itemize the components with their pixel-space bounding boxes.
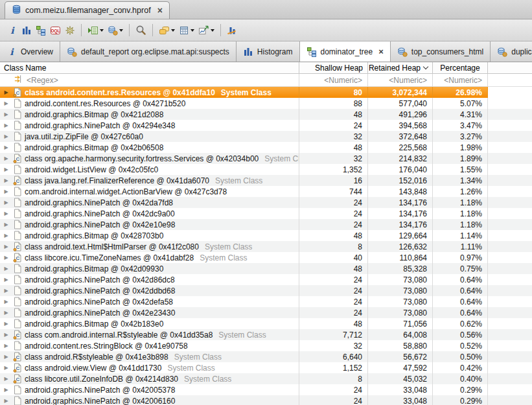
expand-arrow-icon[interactable]: ▶ [2, 100, 10, 106]
table-row[interactable]: ▶Cclass android.R$styleable @ 0x41e3b898… [0, 351, 532, 362]
percentage-filter-field[interactable]: <Numeric> [433, 74, 488, 86]
expand-arrow-icon[interactable]: ▶ [2, 387, 10, 393]
toolbar-button-query-browser[interactable] [106, 23, 125, 38]
expand-arrow-icon[interactable]: ▶ [2, 277, 10, 283]
expand-arrow-icon[interactable]: ▶ [2, 211, 10, 216]
table-row[interactable]: ▶android.graphics.NinePatch @ 0x42dc9a00… [0, 208, 532, 219]
expand-arrow-icon[interactable]: ▶ [2, 178, 10, 183]
row-label: android.graphics.NinePatch @ 0x42e23430 [25, 308, 175, 318]
shallow-heap-filter-field[interactable]: <Numeric> [299, 74, 368, 86]
table-row[interactable]: ▶android.graphics.NinePatch @ 0x42da7fd8… [0, 197, 532, 208]
table-row[interactable]: ▶android.graphics.Bitmap @ 0x42b06508482… [0, 142, 532, 153]
view-tab-dominator_tree[interactable]: dominator_tree× [300, 41, 391, 62]
expand-arrow-icon[interactable]: ▶ [2, 343, 10, 349]
expand-arrow-icon[interactable]: ▶ [2, 133, 10, 139]
expand-arrow-icon[interactable]: ▶ [2, 332, 10, 338]
table-row[interactable]: ▶Cclass org.apache.harmony.security.fort… [0, 153, 532, 164]
toolbar-button-dominator-tree[interactable] [34, 23, 48, 38]
table-row[interactable]: ▶android.content.res.Resources @ 0x4271b… [0, 98, 532, 109]
table-row[interactable]: ▶android.graphics.Bitmap @ 0x428703b0481… [0, 230, 532, 241]
toolbar-button-expert-report[interactable] [86, 23, 106, 38]
expand-arrow-icon[interactable]: ▶ [2, 189, 10, 194]
view-tab-histogram[interactable]: Histogram [237, 41, 300, 62]
toolbar-button-calculator[interactable] [177, 23, 196, 38]
row-filler [488, 142, 532, 153]
expand-arrow-icon[interactable]: ▶ [2, 167, 10, 172]
dropdown-arrow-icon[interactable] [211, 29, 214, 34]
table-row[interactable]: ▶android.graphics.NinePatch @ 0x42ddbd68… [0, 285, 532, 296]
table-row[interactable]: ▶java.util.zip.ZipFile @ 0x427c60a032372… [0, 131, 532, 142]
expand-arrow-icon[interactable]: ▶ [2, 200, 10, 205]
expand-arrow-icon[interactable]: ▶ [2, 321, 10, 327]
class-name-cell: ▶android.graphics.NinePatch @ 0x42d86dc8 [0, 274, 299, 285]
column-header-percentage[interactable]: Percentage [433, 62, 488, 73]
table-row[interactable]: ▶com.android.internal.widget.ActionBarVi… [0, 186, 532, 197]
expand-arrow-icon[interactable]: ▶ [2, 266, 10, 272]
table-row[interactable]: ▶Cclass android.content.res.Resources @ … [0, 87, 532, 98]
toolbar-button-group-by[interactable] [157, 23, 177, 38]
toolbar-button-oql[interactable]: OQL [48, 23, 63, 38]
expand-arrow-icon[interactable]: ▶ [2, 288, 10, 294]
view-tab-overview[interactable]: iOverview [0, 41, 60, 62]
expand-arrow-icon[interactable]: ▶ [2, 122, 10, 128]
system-class-badge: System Class [264, 154, 299, 163]
regex-filter-field[interactable]: <Regex> [0, 74, 299, 86]
view-tab-default_report[interactable]: default_report org.eclipse.mat.api:suspe… [60, 41, 237, 62]
expand-arrow-icon[interactable]: ▶ [2, 299, 10, 305]
close-icon[interactable]: × [157, 6, 163, 14]
table-row[interactable]: ▶android.graphics.NinePatch @ 0x42e10e98… [0, 219, 532, 230]
expand-arrow-icon[interactable]: ▶ [2, 233, 10, 238]
dropdown-arrow-icon[interactable] [171, 29, 175, 34]
toolbar-button-info[interactable]: i [5, 23, 19, 38]
table-row[interactable]: ▶Cclass libcore.util.ZoneInfoDB @ 0x4214… [0, 373, 532, 384]
expand-arrow-icon[interactable]: ▶ [2, 310, 10, 316]
table-row[interactable]: ▶android.graphics.NinePatch @ 0x42e23430… [0, 307, 532, 318]
toolbar-button-search[interactable] [133, 23, 148, 38]
table-row[interactable]: ▶android.graphics.NinePatch @ 0x42defa58… [0, 296, 532, 307]
expand-arrow-icon[interactable]: ▶ [2, 156, 10, 161]
column-header-retained-heap[interactable]: Retained Heap [368, 62, 433, 73]
retained-heap-cell: 58,880 [368, 340, 433, 351]
table-row[interactable]: ▶Cclass libcore.icu.TimeZoneNames @ 0x41… [0, 252, 532, 263]
dropdown-arrow-icon[interactable] [100, 29, 104, 34]
table-row[interactable]: ▶Cclass java.lang.ref.FinalizerReference… [0, 175, 532, 186]
dropdown-arrow-icon[interactable] [119, 29, 123, 34]
table-row[interactable]: ▶android.graphics.NinePatch @ 0x4294e348… [0, 120, 532, 131]
column-header-class-name[interactable]: Class Name [0, 62, 299, 73]
table-row[interactable]: ▶android.graphics.NinePatch @ 0x42d86dc8… [0, 274, 532, 285]
table-row[interactable]: ▶android.content.res.StringBlock @ 0x41e… [0, 340, 532, 351]
table-row[interactable]: ▶android.widget.ListView @ 0x42c05fc01,3… [0, 164, 532, 175]
table-row[interactable]: ▶android.graphics.Bitmap @ 0x421d2088484… [0, 109, 532, 120]
table-row[interactable]: ▶android.graphics.NinePatch @ 0x42005378… [0, 384, 532, 395]
expand-arrow-icon[interactable]: ▶ [2, 111, 10, 117]
toolbar-button-gear[interactable] [63, 23, 77, 38]
table-row[interactable]: ▶Cclass android.text.Html$HtmlParser @ 0… [0, 241, 532, 252]
expand-arrow-icon[interactable]: ▶ [2, 255, 10, 260]
expand-arrow-icon[interactable]: ▶ [2, 365, 10, 371]
toolbar-button-export[interactable] [196, 23, 216, 38]
expand-arrow-icon[interactable]: ▶ [2, 398, 10, 404]
table-row[interactable]: ▶Cclass com.android.internal.R$styleable… [0, 329, 532, 340]
shallow-heap-cell: 88 [299, 98, 368, 109]
expand-arrow-icon[interactable]: ▶ [2, 222, 10, 227]
expand-arrow-icon[interactable]: ▶ [2, 244, 10, 249]
expand-arrow-icon[interactable]: ▶ [2, 354, 10, 360]
view-tab-top_consumers_html[interactable]: top_consumers_html [391, 41, 491, 62]
table-row[interactable]: ▶android.graphics.Bitmap @ 0x42b183e0487… [0, 318, 532, 329]
view-tab-duplicate_classes[interactable]: duplicate_classes [491, 41, 532, 62]
expand-arrow-icon[interactable]: ▶ [2, 89, 10, 95]
column-header-shallow-heap[interactable]: Shallow Heap [299, 62, 368, 73]
toolbar-button-compare[interactable] [225, 23, 239, 38]
toolbar-button-histogram[interactable] [19, 23, 34, 38]
close-icon[interactable]: × [378, 49, 384, 55]
class-name-cell: ▶android.graphics.Bitmap @ 0x42d09930 [0, 263, 299, 274]
table-row[interactable]: ▶Cclass android.view.View @ 0x41dd1730Sy… [0, 362, 532, 373]
expand-arrow-icon[interactable]: ▶ [2, 376, 10, 382]
system-class-badge: System Class [174, 353, 222, 362]
expand-arrow-icon[interactable]: ▶ [2, 145, 10, 150]
table-row[interactable]: ▶android.graphics.NinePatch @ 0x42006160… [0, 395, 532, 405]
dropdown-arrow-icon[interactable] [191, 29, 194, 34]
table-row[interactable]: ▶android.graphics.Bitmap @ 0x42d09930488… [0, 263, 532, 274]
retained-heap-filter-field[interactable]: <Numeric> [368, 74, 433, 86]
editor-tab-hprof[interactable]: com.meizu.filemanager_conv.hprof × [5, 1, 170, 19]
